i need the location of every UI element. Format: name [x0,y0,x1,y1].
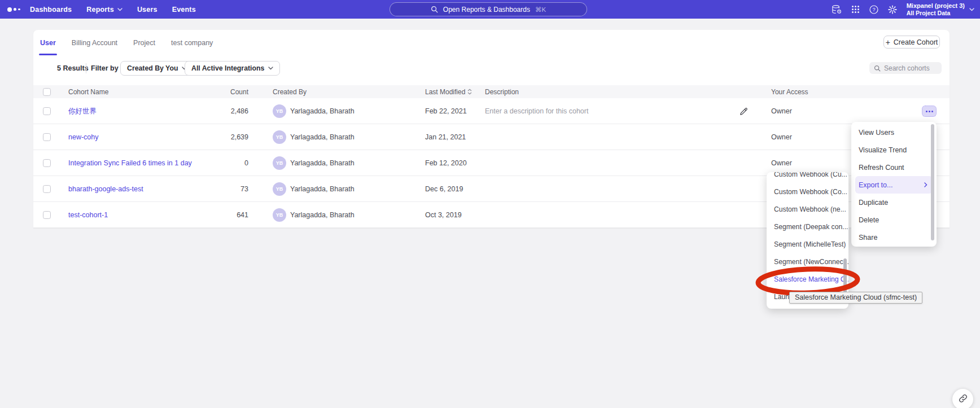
last-modified: Dec 6, 2019 [425,176,463,202]
integrations-filter-dropdown[interactable]: All Active Integrations [185,61,280,76]
submenu-item-segment-3[interactable]: Segment (NewConnec... [767,253,848,270]
link-icon [959,394,968,405]
svg-text:?: ? [872,7,875,12]
row-more-options-button[interactable] [922,106,937,117]
tab-test-company[interactable]: test company [170,30,214,55]
cohort-count: 641 [186,202,248,228]
nav-events[interactable]: Events [165,0,203,19]
creator-name: Yarlagadda, Bharath [290,202,355,228]
navbar-right: ? Mixpanel (project 3) All Project Data [831,0,974,19]
submenu-item-salesforce-marketing-cloud[interactable]: Salesforce Marketing C... [767,270,848,288]
search-cohorts-field[interactable] [869,62,942,74]
top-navbar: Dashboards Reports Users Events Open Rep… [0,0,980,19]
menu-item-visualize-trend[interactable]: Visualize Trend [851,141,937,159]
integration-tooltip: Salesforce Marketing Cloud (sfmc-test) [789,292,922,304]
tab-project[interactable]: Project [132,30,156,55]
menu-item-delete[interactable]: Delete [851,211,937,229]
menu-item-share[interactable]: Share [851,229,937,246]
menu-item-duplicate[interactable]: Duplicate [851,194,937,211]
search-cohorts-input[interactable] [884,64,937,72]
global-search-placeholder: Open Reports & Dashboards [443,6,530,14]
row-checkbox[interactable] [43,211,51,219]
tab-billing-account[interactable]: Billing Account [71,30,119,55]
menu-item-view-users[interactable]: View Users [851,124,937,141]
nav-reports[interactable]: Reports [79,0,130,19]
chevron-right-icon [924,182,928,187]
table-row: new-cohy 2,639 YB Yarlagadda, Bharath Ja… [33,124,950,150]
submenu-item-segment-1[interactable]: Segment (Deepak con... [767,218,848,235]
row-checkbox[interactable] [43,107,51,115]
nav-users[interactable]: Users [130,0,165,19]
chevron-down-icon [117,8,123,11]
project-switcher[interactable]: Mixpanel (project 3) All Project Data [907,2,974,17]
access-level: Owner [771,98,792,124]
data-settings-icon[interactable] [831,5,842,14]
project-name: Mixpanel (project 3) [907,2,965,10]
submenu-item-custom-webhook-1[interactable]: Custom Webhook (Cu... [767,172,848,183]
cohort-name-link[interactable]: new-cohy [68,133,99,141]
row-checkbox[interactable] [43,159,51,167]
select-all-checkbox[interactable] [43,88,51,96]
creator-name: Yarlagadda, Bharath [290,124,355,150]
help-icon[interactable]: ? [869,5,878,14]
cohort-count: 73 [186,176,248,202]
menu-item-refresh-count[interactable]: Refresh Count [851,159,937,176]
divider [86,63,86,73]
table-row: 你好世界 2,486 YB Yarlagadda, Bharath Feb 22… [33,98,950,124]
settings-gear-icon[interactable] [888,5,897,14]
search-icon [431,6,438,13]
apps-grid-icon[interactable] [851,5,860,14]
table-header: Cohort Name Count Created By Last Modifi… [33,85,950,98]
col-cohort-name: Cohort Name [68,85,108,98]
menu-item-export-to[interactable]: Export to... [855,176,933,194]
access-level: Owner [771,124,792,150]
submenu-scrollbar[interactable] [843,258,847,295]
row-checkbox[interactable] [43,133,51,141]
avatar: YB [273,156,286,170]
avatar: YB [273,130,286,144]
last-modified: Oct 3, 2019 [425,202,462,228]
row-context-menu: View Users Visualize Trend Refresh Count… [851,122,937,247]
submenu-item-segment-2[interactable]: Segment (MichelleTest) [767,235,848,253]
submenu-item-custom-webhook-3[interactable]: Custom Webhook (ne... [767,200,848,218]
cohort-count: 2,639 [186,124,248,150]
menu-scrollbar[interactable] [931,124,934,240]
cohort-count: 0 [186,150,248,176]
cohort-name-link[interactable]: bharath-google-ads-test [68,185,143,193]
last-modified: Jan 21, 2021 [425,124,466,150]
avatar: YB [273,182,286,196]
search-shortcut-hint: ⌘K [535,6,546,14]
cohort-name-link[interactable]: 你好世界 [68,107,97,116]
creator-name: Yarlagadda, Bharath [290,98,355,124]
cohort-count: 2,486 [186,98,248,124]
col-last-modified[interactable]: Last Modified [425,85,472,98]
chevron-down-icon [969,8,974,11]
created-by-filter-dropdown[interactable]: Created By You [120,61,194,76]
cohort-name-link[interactable]: Integration Sync Failed 6 times in 1 day [68,159,192,167]
description-placeholder[interactable]: Enter a description for this cohort [485,98,588,124]
edit-pencil-icon[interactable] [739,98,749,124]
avatar: YB [273,104,286,118]
col-created-by: Created By [273,85,307,98]
cohort-name-link[interactable]: test-cohort-1 [68,211,108,219]
col-description: Description [485,85,519,98]
export-to-submenu: Custom Webhook (Cu... Custom Webhook (Co… [767,172,848,309]
col-count: Count [186,85,248,98]
share-link-button[interactable] [952,389,973,408]
chevron-down-icon [268,67,273,70]
plus-icon: + [886,38,890,46]
tab-user[interactable]: User [39,30,57,55]
sort-icon [467,89,472,95]
nav-dashboards[interactable]: Dashboards [23,0,79,19]
last-modified: Feb 22, 2021 [425,98,467,124]
filter-by-label: Filter by [91,61,119,76]
tab-bar: User Billing Account Project test compan… [39,30,214,55]
primary-nav: Dashboards Reports Users Events [23,0,203,19]
project-scope: All Project Data [907,10,965,17]
row-checkbox[interactable] [43,185,51,193]
mixpanel-logo-icon[interactable] [7,0,20,19]
results-count: 5 Results [57,61,89,76]
create-cohort-button[interactable]: + Create Cohort [883,36,940,49]
submenu-item-custom-webhook-2[interactable]: Custom Webhook (Co... [767,183,848,200]
global-search-bar[interactable]: Open Reports & Dashboards ⌘K [390,2,587,16]
